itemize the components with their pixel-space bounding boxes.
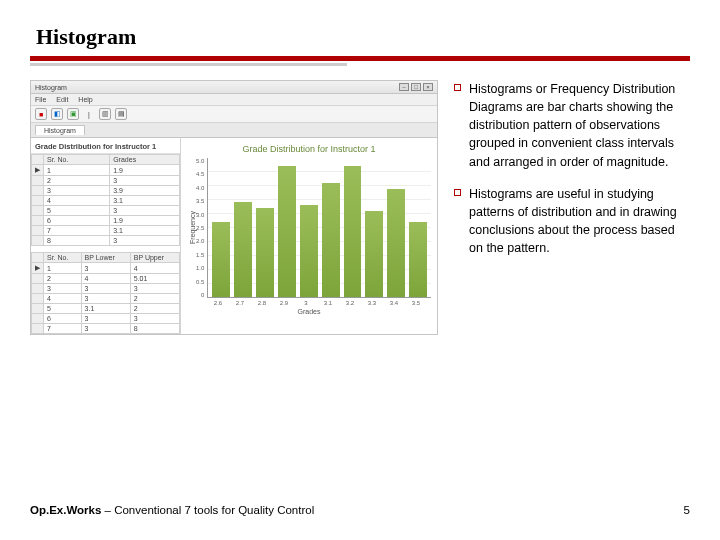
- close-icon[interactable]: ×: [423, 83, 433, 91]
- y-tick: 2.5: [196, 225, 204, 231]
- y-axis-label: Frequency: [187, 211, 196, 244]
- y-tick: 4.0: [196, 185, 204, 191]
- menu-file[interactable]: File: [35, 96, 46, 103]
- table-row: 245.01: [32, 274, 180, 284]
- toolbar-icon[interactable]: |: [83, 108, 95, 120]
- x-tick: 3.1: [319, 300, 337, 306]
- toolbar-icon[interactable]: ◧: [51, 108, 63, 120]
- page-number: 5: [684, 504, 690, 516]
- chart-bar: [365, 211, 383, 297]
- table-row: 83: [32, 236, 180, 246]
- chart-bar: [234, 202, 252, 297]
- x-axis-ticks: 2.62.72.82.933.13.23.33.43.5: [205, 298, 431, 306]
- x-tick: 2.9: [275, 300, 293, 306]
- table-row: 61.9: [32, 216, 180, 226]
- table-row: 333: [32, 284, 180, 294]
- x-tick: 3.4: [385, 300, 403, 306]
- maximize-icon[interactable]: □: [411, 83, 421, 91]
- x-tick: 3.3: [363, 300, 381, 306]
- y-tick: 0.5: [196, 279, 204, 285]
- y-tick: 3.0: [196, 212, 204, 218]
- col-header: Sr. No.: [44, 253, 82, 263]
- y-tick: 5.0: [196, 158, 204, 164]
- menubar: File Edit Help: [31, 94, 437, 106]
- chart-bar: [256, 208, 274, 297]
- table-row: ▶11.9: [32, 165, 180, 176]
- embedded-app-window: Histogram – □ × File Edit Help ■ ◧ ▣: [30, 80, 438, 335]
- toolbar: ■ ◧ ▣ | ▥ ▤: [31, 106, 437, 123]
- col-header: BP Lower: [81, 253, 130, 263]
- y-axis-ticks: 5.04.54.03.53.02.52.01.51.00.50: [196, 158, 207, 298]
- chart-bar: [212, 222, 230, 297]
- tab-strip: Histogram: [31, 123, 437, 138]
- x-tick: 2.8: [253, 300, 271, 306]
- chart-bar: [344, 166, 362, 297]
- body-paragraph: Histograms or Frequency Distribution Dia…: [469, 80, 690, 171]
- sheet-title: Grade Distribution for Instructor 1: [31, 138, 180, 154]
- menu-help[interactable]: Help: [78, 96, 92, 103]
- col-header: Sr. No.: [44, 155, 110, 165]
- x-axis-label: Grades: [187, 308, 431, 315]
- bullet-icon: [454, 84, 461, 91]
- tab-histogram[interactable]: Histogram: [35, 125, 85, 135]
- x-tick: 2.6: [209, 300, 227, 306]
- toolbar-icon[interactable]: ▣: [67, 108, 79, 120]
- title-rule: [30, 56, 690, 66]
- chart-bar: [387, 189, 405, 297]
- chart-bar: [300, 205, 318, 297]
- table-row: 633: [32, 314, 180, 324]
- data-table-1: Sr. No. Grades ▶11.92333.943.15361.973.1…: [31, 154, 180, 246]
- chart-bar: [322, 183, 340, 297]
- menu-edit[interactable]: Edit: [56, 96, 68, 103]
- table-row: 432: [32, 294, 180, 304]
- toolbar-icon[interactable]: ▤: [115, 108, 127, 120]
- col-header: Grades: [110, 155, 180, 165]
- data-panel: Grade Distribution for Instructor 1 Sr. …: [31, 138, 181, 334]
- footer-text: – Conventional 7 tools for Quality Contr…: [101, 504, 314, 516]
- slide-footer: Op.Ex.Works – Conventional 7 tools for Q…: [30, 504, 690, 516]
- toolbar-icon[interactable]: ■: [35, 108, 47, 120]
- table-row: 53: [32, 206, 180, 216]
- table-row: 53.12: [32, 304, 180, 314]
- bullet-icon: [454, 189, 461, 196]
- y-tick: 2.0: [196, 238, 204, 244]
- window-titlebar: Histogram – □ ×: [31, 81, 437, 94]
- table-row: 73.1: [32, 226, 180, 236]
- x-tick: 3: [297, 300, 315, 306]
- chart-title: Grade Distribution for Instructor 1: [187, 144, 431, 154]
- toolbar-icon[interactable]: ▥: [99, 108, 111, 120]
- x-tick: 3.5: [407, 300, 425, 306]
- table-row: 43.1: [32, 196, 180, 206]
- window-controls: – □ ×: [399, 83, 433, 91]
- y-tick: 1.5: [196, 252, 204, 258]
- chart-plot: [207, 158, 431, 298]
- minimize-icon[interactable]: –: [399, 83, 409, 91]
- data-table-2: Sr. No. BP Lower BP Upper ▶134245.013334…: [31, 252, 180, 334]
- table-row: ▶134: [32, 263, 180, 274]
- col-header: BP Upper: [130, 253, 179, 263]
- window-title: Histogram: [35, 84, 67, 91]
- chart-bar: [409, 222, 427, 297]
- x-tick: 2.7: [231, 300, 249, 306]
- footer-brand: Op.Ex.Works: [30, 504, 101, 516]
- chart-bar: [278, 166, 296, 297]
- chart-panel: Grade Distribution for Instructor 1 Freq…: [181, 138, 437, 334]
- y-tick: 1.0: [196, 265, 204, 271]
- y-tick: 0: [201, 292, 204, 298]
- table-row: 33.9: [32, 186, 180, 196]
- page-title: Histogram: [36, 24, 690, 50]
- y-tick: 3.5: [196, 198, 204, 204]
- table-row: 738: [32, 324, 180, 334]
- table-row: 23: [32, 176, 180, 186]
- x-tick: 3.2: [341, 300, 359, 306]
- y-tick: 4.5: [196, 171, 204, 177]
- body-paragraph: Histograms are useful in studying patter…: [469, 185, 690, 258]
